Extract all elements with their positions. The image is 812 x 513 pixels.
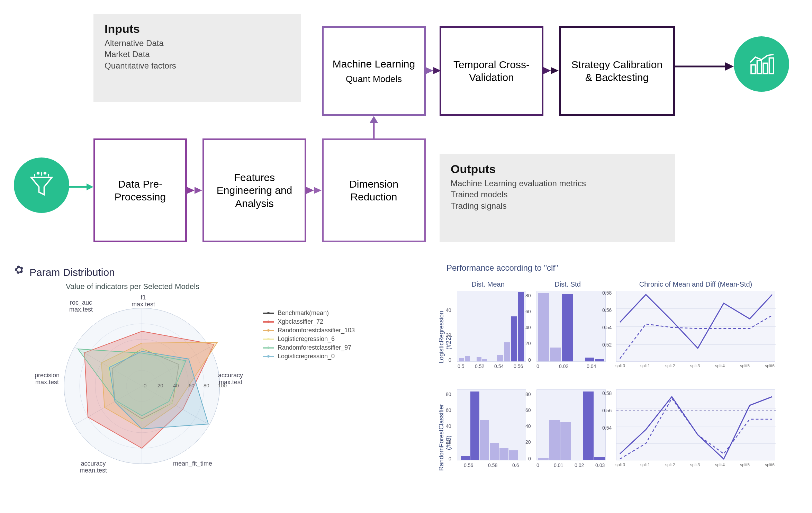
arrow-1-2 [187,186,204,195]
axis-fit: mean_fit_time [173,460,212,467]
radar-legend: Benchmark(mean) Xgbclassifier_72 Randomf… [263,308,355,361]
svg-rect-6 [757,61,762,74]
axis-f1: f1max.test [132,294,155,308]
chart-rf-mean [457,389,526,460]
svg-rect-8 [769,58,774,74]
box-data-pre-label: Data Pre-Processing [101,178,179,204]
svg-marker-20 [551,67,559,74]
svg-marker-10 [87,183,93,190]
col-dist-mean: Dist. Mean [457,280,519,288]
legend-item: Benchmark(mean) [263,309,355,317]
arrow-in [69,182,93,192]
chart-rf-line [616,389,775,460]
axis-prec: precisionmax.test [35,372,60,386]
chart-rf-std [536,389,606,460]
row-logreg: LogisticRegression [438,311,445,363]
chart-lr-std [536,291,606,362]
box-dim-red: Dimension Reduction [322,138,426,242]
col-chronic: Chronic of Mean and Diff (Mean-Std) [616,280,775,288]
arrow-cv-calib [543,66,560,75]
svg-rect-5 [751,65,756,74]
svg-marker-11 [187,187,195,194]
svg-point-3 [37,172,39,174]
svg-rect-7 [763,63,768,74]
svg-text:0: 0 [144,382,146,388]
box-data-pre: Data Pre-Processing [93,138,187,242]
outputs-item-0: Machine Learning evaluation metrics [451,178,664,189]
outputs-box: Outputs Machine Learning evaluation metr… [440,154,675,242]
inputs-item-0: Alternative Data [105,38,290,49]
legend-item: Logisticregression_0 [263,353,355,360]
pipeline-diagram: Inputs Alternative Data Market Data Quan… [14,14,798,249]
svg-text:20: 20 [157,382,163,388]
box-calib-label: Strategy Calibration & Backtesting [567,58,667,84]
box-dim-red-label: Dimension Reduction [330,178,418,204]
legend-item: Logisticregression_6 [263,335,355,343]
funnel-icon [14,158,69,213]
row-rf: RandomForestClassifier [438,404,445,471]
svg-point-4 [44,172,46,174]
outputs-item-1: Trained models [451,189,664,200]
legend-item: Xgbclassifier_72 [263,318,355,325]
box-ml-sub: Quant Models [333,73,415,85]
svg-marker-22 [725,62,734,71]
axis-accmean: accuracymean.test [80,460,107,474]
legend-item: Randomforestclassifier_97 [263,344,355,351]
svg-text:60: 60 [189,382,195,388]
svg-marker-14 [314,187,322,194]
inputs-item-1: Market Data [105,49,290,60]
param-subtitle: Value of indicators per Selected Models [66,282,199,291]
inputs-box: Inputs Alternative Data Market Data Quan… [93,14,301,102]
axis-accmax: accuracymax.test [218,372,243,386]
svg-text:40: 40 [173,382,179,388]
svg-marker-16 [370,116,378,123]
arrow-ml-cv [426,66,441,75]
box-cv-label: Temporal Cross-Validation [448,58,535,84]
inputs-item-2: Quantitative factors [105,60,290,71]
inputs-heading: Inputs [105,22,290,36]
svg-text:80: 80 [204,382,209,388]
svg-marker-18 [433,67,441,74]
perf-title: Performance according to "clf" [446,263,558,273]
param-title: Param Distribution [29,267,115,278]
chart-result-icon [734,36,789,92]
arrow-up [363,116,384,140]
radar-chart: 0 20 40 60 80 100 f1max.test accuracymax… [45,294,239,474]
axis-roc: roc_aucmax.test [69,299,93,313]
tool-logo-icon: ✿ [13,262,26,277]
col-dist-std: Dist. Std [536,280,599,288]
box-calib: Strategy Calibration & Backtesting [559,26,675,116]
outputs-item-2: Trading signals [451,200,664,212]
svg-marker-17 [426,67,433,74]
box-ml: Machine Learning Quant Models [322,26,426,116]
chart-lr-mean [457,291,526,362]
arrow-2-3 [306,186,323,195]
box-feat-eng: Features Engineering and Analysis [202,138,306,242]
chart-lr-line [616,291,775,362]
box-feat-eng-label: Features Engineering and Analysis [210,171,298,210]
outputs-heading: Outputs [451,162,664,176]
legend-item: Randomforestclassifier_103 [263,327,355,334]
svg-marker-19 [543,67,551,74]
box-cv: Temporal Cross-Validation [440,26,543,116]
svg-marker-13 [306,187,314,194]
arrow-out [675,62,734,71]
svg-marker-12 [195,187,202,194]
box-ml-main: Machine Learning [333,58,415,70]
charts-panel: ✿ Param Distribution Value of indicators… [14,256,798,505]
